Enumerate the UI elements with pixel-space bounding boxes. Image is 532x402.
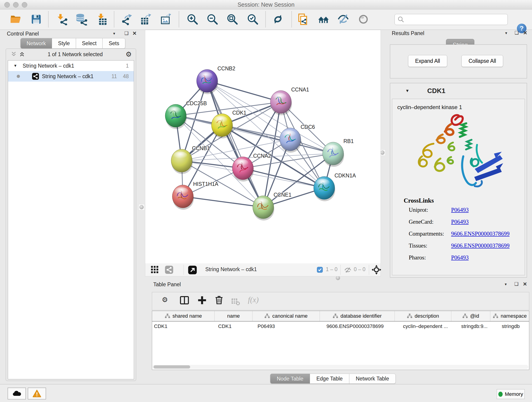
clone-network-button[interactable] bbox=[296, 12, 310, 26]
expand-all-networks-button[interactable] bbox=[19, 51, 25, 57]
show-glass-button[interactable] bbox=[356, 12, 370, 26]
save-session-button[interactable] bbox=[29, 12, 43, 26]
table-cell[interactable]: stringdb:9... bbox=[459, 322, 500, 331]
network-row[interactable]: String Network – cdk1 11 48 bbox=[8, 71, 134, 82]
entry-disclosure-triangle-icon[interactable]: ▼ bbox=[405, 89, 409, 93]
column-label: database identifier bbox=[341, 313, 382, 319]
table-row[interactable]: CDK1CDK1P064939606.ENSP00000378699cyclin… bbox=[152, 322, 529, 331]
tab-sets[interactable]: Sets bbox=[102, 38, 125, 49]
hidden-eye-slash-icon[interactable] bbox=[344, 267, 351, 274]
collapse-all-button[interactable]: Collapse All bbox=[462, 55, 503, 67]
open-session-button[interactable] bbox=[8, 12, 23, 26]
network-edge[interactable] bbox=[207, 81, 263, 207]
column-header-description[interactable]: description bbox=[395, 311, 451, 321]
network-edge[interactable] bbox=[243, 168, 324, 188]
delete-column-button[interactable] bbox=[214, 295, 224, 306]
tab-network-table[interactable]: Network Table bbox=[349, 374, 396, 384]
edge-layer bbox=[176, 81, 333, 207]
crosslink-row: Tissues:9606.ENSP00000378699 bbox=[409, 242, 521, 254]
show-columns-button[interactable] bbox=[179, 295, 190, 306]
expand-all-button[interactable]: Expand All bbox=[408, 55, 447, 67]
table-panel-close-button[interactable]: ✕ bbox=[523, 281, 527, 287]
crosslink-link[interactable]: P06493 bbox=[451, 219, 469, 230]
table-cell[interactable]: 9606.ENSP00000378699 bbox=[325, 322, 401, 331]
column-header-shared-name[interactable]: shared name bbox=[152, 311, 215, 321]
network-node-cdkn1a[interactable]: CDKN1A bbox=[314, 172, 356, 201]
zoom-selected-button[interactable] bbox=[246, 12, 260, 26]
network-view-share-button[interactable] bbox=[165, 265, 173, 275]
export-network-button[interactable] bbox=[120, 12, 134, 26]
crosslink-row: Pharos:P06493 bbox=[409, 254, 521, 266]
network-node-rb1[interactable]: RB1 bbox=[323, 138, 354, 167]
left-splitter-handle[interactable] bbox=[138, 204, 145, 211]
column-header-canonical-name[interactable]: canonical name bbox=[253, 311, 320, 321]
crosslink-row: Compartments:9606.ENSP00000378699 bbox=[409, 230, 521, 242]
network-node-cdc6[interactable]: CDC6 bbox=[280, 124, 315, 153]
results-panel-close-button[interactable]: ✕ bbox=[523, 30, 527, 36]
birds-eye-view-button[interactable] bbox=[188, 265, 197, 275]
memory-button[interactable]: Memory bbox=[497, 389, 525, 399]
import-network-button[interactable] bbox=[55, 12, 70, 26]
import-table-button[interactable] bbox=[95, 12, 109, 26]
column-header-database-identifier[interactable]: database identifier bbox=[320, 311, 395, 321]
network-collection-row[interactable]: ▼ String Network – cdk1 1 bbox=[8, 61, 134, 71]
crosslink-row: Uniprot:P06493 bbox=[409, 207, 521, 219]
network-node-hist1h1a[interactable]: HIST1H1A bbox=[172, 181, 219, 210]
disclosure-triangle-icon[interactable]: ▼ bbox=[13, 64, 17, 68]
table-cell[interactable]: stringdb bbox=[500, 322, 529, 331]
tab-style[interactable]: Style bbox=[52, 38, 76, 49]
crosslink-link[interactable]: 9606.ENSP00000378699 bbox=[451, 230, 510, 242]
results-panel-float-button[interactable]: ❑ bbox=[515, 30, 519, 36]
scrollbar-thumb[interactable] bbox=[153, 365, 190, 369]
network-edge[interactable] bbox=[183, 196, 263, 207]
network-node-cdc25b[interactable]: CDC25B bbox=[165, 100, 207, 129]
zoom-out-button[interactable] bbox=[205, 12, 220, 26]
crosslink-link[interactable]: 9606.ENSP00000378699 bbox=[451, 242, 510, 254]
fit-content-crosshair-button[interactable] bbox=[372, 265, 381, 275]
import-network-from-database-button[interactable] bbox=[74, 12, 89, 26]
zoom-fit-button[interactable] bbox=[225, 12, 239, 26]
crosslink-link[interactable]: P06493 bbox=[451, 207, 469, 219]
table-cell[interactable]: P06493 bbox=[256, 322, 325, 331]
tab-edge-table[interactable]: Edge Table bbox=[310, 374, 349, 384]
hide-glass-button[interactable] bbox=[336, 12, 350, 26]
control-panel-close-button[interactable]: ✕ bbox=[133, 31, 137, 36]
network-node-ccnb2[interactable]: CCNB2 bbox=[196, 65, 235, 94]
column-header-namespace[interactable]: namespace bbox=[490, 311, 529, 321]
network-edge[interactable] bbox=[207, 81, 281, 102]
create-column-button[interactable] bbox=[197, 295, 207, 306]
export-table-button[interactable] bbox=[139, 12, 153, 26]
grid-view-button[interactable] bbox=[151, 265, 159, 274]
refresh-view-button[interactable] bbox=[271, 12, 285, 26]
control-panel-float-button[interactable]: ❑ bbox=[124, 31, 128, 36]
function-builder-icon[interactable]: f(x) bbox=[248, 295, 259, 304]
table-options-gear-button[interactable]: ⚙ bbox=[162, 296, 168, 303]
network-canvas[interactable]: CCNB2CCNA1CDC25BCDK1CDC6RB1CCNB1CCNA2CDK… bbox=[145, 30, 381, 264]
cloud-status-button[interactable] bbox=[7, 388, 26, 400]
column-header-name[interactable]: name bbox=[215, 311, 253, 321]
table-panel-float-button[interactable]: ❑ bbox=[514, 281, 519, 287]
zoom-in-button[interactable] bbox=[185, 12, 200, 26]
table-cell[interactable]: cyclin–dependent ... bbox=[401, 322, 459, 331]
string-home-button[interactable] bbox=[317, 12, 331, 26]
search-input[interactable] bbox=[406, 16, 507, 23]
tab-select[interactable]: Select bbox=[76, 38, 103, 49]
collapse-all-networks-button[interactable] bbox=[11, 51, 17, 57]
delete-table-button[interactable] bbox=[231, 297, 240, 307]
table-cell[interactable]: CDK1 bbox=[152, 322, 216, 331]
tab-network[interactable]: Network bbox=[20, 38, 52, 49]
table-cell[interactable]: CDK1 bbox=[216, 322, 256, 331]
network-options-gear-button[interactable]: ⚙ bbox=[126, 51, 132, 58]
control-panel-menu-button[interactable]: ▾ bbox=[113, 31, 115, 36]
tab-node-table[interactable]: Node Table bbox=[270, 374, 310, 384]
table-panel-menu-button[interactable]: ▾ bbox=[505, 282, 507, 287]
export-image-button[interactable] bbox=[159, 12, 173, 26]
warning-status-button[interactable] bbox=[28, 388, 46, 400]
network-node-cdk1[interactable]: CDK1 bbox=[211, 110, 246, 138]
crosslink-link[interactable]: P06493 bbox=[451, 254, 469, 266]
results-panel-menu-button[interactable]: ▾ bbox=[505, 31, 507, 36]
column-header--id[interactable]: @id bbox=[451, 311, 490, 321]
gene-entry-header[interactable]: ▼ CDK1 bbox=[390, 83, 527, 98]
selected-checkbox-icon[interactable] bbox=[317, 267, 323, 273]
table-horizontal-scrollbar[interactable] bbox=[152, 365, 528, 369]
